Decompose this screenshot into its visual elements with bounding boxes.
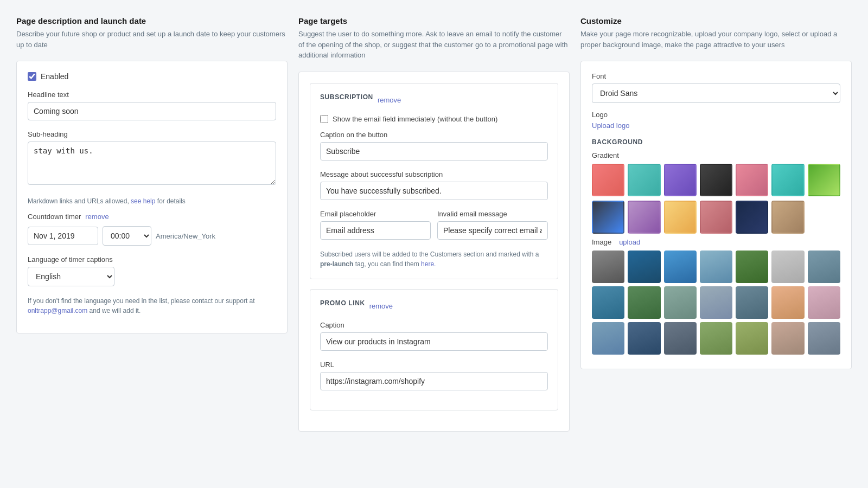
show-email-label: Show the email field immediately (withou… (333, 115, 497, 123)
success-message-label: Message about successful subscription (320, 170, 548, 178)
image-thumb-15[interactable] (592, 322, 624, 355)
caption2-label: Caption (320, 321, 548, 329)
gradient-swatch-5[interactable] (736, 164, 768, 196)
image-thumb-8[interactable] (592, 286, 624, 319)
background-label: BACKGROUND (592, 138, 840, 146)
subheading-textarea[interactable]: stay with us. (28, 142, 276, 185)
page-description-title: Page description and launch date (16, 16, 288, 25)
promo-remove-link[interactable]: remove (369, 302, 393, 310)
image-thumb-1[interactable] (592, 251, 624, 283)
image-thumb-16[interactable] (628, 322, 660, 355)
image-thumb-20[interactable] (771, 322, 804, 355)
countdown-date-input[interactable] (28, 227, 98, 245)
subscription-remove-link[interactable]: remove (378, 96, 401, 104)
url-label: URL (320, 361, 548, 369)
page-description-desc: Describe your future shop or product and… (16, 29, 288, 50)
image-thumb-3[interactable] (664, 251, 697, 283)
gradient-swatch-11[interactable] (700, 201, 732, 233)
countdown-time-select[interactable]: 00:00 (103, 226, 151, 246)
gradient-swatch-4[interactable] (700, 164, 732, 196)
enabled-label: Enabled (41, 72, 68, 81)
show-email-checkbox[interactable] (320, 115, 328, 123)
email-placeholder-label: Email placeholder (320, 210, 431, 218)
caption-button-label: Caption on the button (320, 131, 548, 139)
image-grid-row2 (592, 286, 840, 319)
subscription-note: Subscribed users will be added to the Cu… (320, 249, 548, 269)
success-message-input[interactable] (320, 182, 548, 200)
gradient-swatches (592, 164, 840, 196)
logo-label: Logo (592, 111, 840, 119)
image-thumb-4[interactable] (700, 251, 732, 283)
gradient-swatch-10[interactable] (664, 201, 697, 233)
countdown-remove-link[interactable]: remove (85, 213, 108, 221)
image-thumb-18[interactable] (700, 322, 732, 355)
language-select[interactable]: English Spanish French (28, 267, 114, 286)
customize-desc: Make your page more recognizable, upload… (580, 29, 852, 50)
image-thumb-11[interactable] (700, 286, 732, 319)
gradient-swatch-7[interactable] (808, 164, 840, 196)
image-thumb-12[interactable] (736, 286, 768, 319)
image-thumb-9[interactable] (628, 286, 660, 319)
countdown-timezone: America/New_York (156, 232, 215, 240)
gradient-swatch-12[interactable] (736, 201, 768, 233)
image-thumb-21[interactable] (808, 322, 840, 355)
image-thumb-17[interactable] (664, 322, 697, 355)
image-thumb-7[interactable] (808, 251, 840, 283)
headline-input[interactable] (28, 102, 276, 120)
image-grid-row1 (592, 251, 840, 283)
invalid-email-input[interactable] (437, 221, 548, 240)
image-label: Image (592, 238, 611, 246)
invalid-email-label: Invalid email message (437, 210, 548, 218)
customize-title: Customize (580, 16, 852, 25)
url-input[interactable] (320, 372, 548, 390)
gradient-swatch-6[interactable] (771, 164, 804, 196)
caption2-input[interactable] (320, 332, 548, 351)
upload-logo-link[interactable]: Upload logo (592, 121, 629, 130)
gradient-swatch-3[interactable] (664, 164, 697, 196)
here-link[interactable]: here. (421, 260, 436, 268)
gradient-swatch-13[interactable] (771, 201, 804, 233)
image-thumb-14[interactable] (808, 286, 840, 319)
font-label: Font (592, 72, 840, 80)
language-label: Language of timer captions (28, 255, 276, 264)
image-thumb-13[interactable] (771, 286, 804, 319)
email-placeholder-input[interactable] (320, 221, 431, 240)
promo-label: PROMO LINK (320, 299, 365, 307)
enabled-checkbox[interactable] (28, 72, 36, 81)
upload-image-link[interactable]: upload (619, 238, 640, 246)
language-hint: If you don't find the language you need … (28, 296, 276, 316)
caption-button-input[interactable] (320, 142, 548, 160)
see-help-link[interactable]: see help (131, 197, 155, 205)
support-email-link[interactable]: onltrapp@gmail.com (28, 307, 87, 314)
gradient-swatches-row2 (592, 201, 840, 233)
image-thumb-5[interactable] (736, 251, 768, 283)
gradient-swatch-9[interactable] (628, 201, 660, 233)
page-targets-desc: Suggest the user to do something more. A… (298, 29, 570, 61)
markdown-hint: Markdown links and URLs allowed, see hel… (28, 196, 276, 206)
countdown-label: Countdown timer (28, 213, 81, 221)
gradient-swatch-1[interactable] (592, 164, 624, 196)
image-thumb-10[interactable] (664, 286, 697, 319)
headline-label: Headline text (28, 91, 276, 99)
page-targets-title: Page targets (298, 16, 570, 25)
image-grid-row3 (592, 322, 840, 355)
image-thumb-6[interactable] (771, 251, 804, 283)
subscription-label: SUBSCRIPTION (320, 93, 373, 101)
gradient-label: Gradient (592, 151, 840, 159)
gradient-swatch-8[interactable] (592, 201, 624, 233)
image-thumb-2[interactable] (628, 251, 660, 283)
gradient-swatch-2[interactable] (628, 164, 660, 196)
font-select[interactable]: Droid Sans Arial Georgia Helvetica Times… (592, 84, 840, 103)
image-thumb-19[interactable] (736, 322, 768, 355)
subheading-label: Sub-heading (28, 130, 276, 138)
